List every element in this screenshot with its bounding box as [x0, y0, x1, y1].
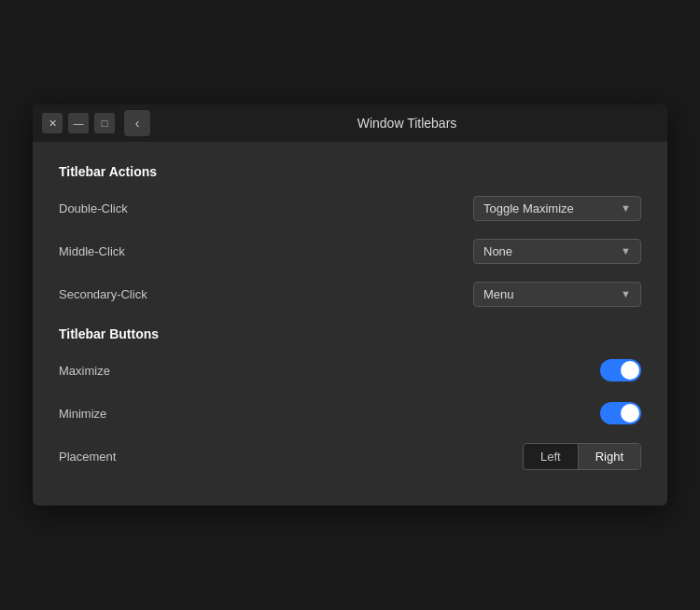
double-click-dropdown[interactable]: Toggle Maximize ▼ [473, 196, 641, 221]
maximize-toggle[interactable] [600, 359, 641, 381]
window-title: Window Titlebars [156, 116, 658, 131]
middle-click-value: None [483, 244, 512, 258]
middle-click-arrow-icon: ▼ [621, 245, 631, 256]
middle-click-label: Middle-Click [59, 244, 125, 258]
actions-section-title: Titlebar Actions [59, 164, 641, 179]
secondary-click-label: Secondary-Click [59, 287, 147, 301]
titlebar-controls: ✕ — □ [42, 113, 115, 133]
maximize-toggle-knob [621, 361, 639, 380]
secondary-click-row: Secondary-Click Menu ▼ [59, 278, 641, 310]
maximize-button[interactable]: □ [94, 113, 115, 133]
placement-right-button[interactable]: Right [579, 444, 640, 469]
middle-click-dropdown[interactable]: None ▼ [473, 239, 641, 264]
secondary-click-value: Menu [483, 287, 514, 301]
placement-label: Placement [59, 450, 116, 464]
buttons-section-title: Titlebar Buttons [59, 326, 641, 341]
minimize-button[interactable]: — [68, 113, 89, 133]
secondary-click-dropdown[interactable]: Menu ▼ [473, 282, 641, 307]
content-area: Titlebar Actions Double-Click Toggle Max… [33, 142, 667, 506]
window: ✕ — □ ‹ Window Titlebars Titlebar Action… [33, 104, 667, 506]
maximize-row: Maximize [59, 354, 641, 386]
double-click-arrow-icon: ▼ [621, 202, 631, 214]
close-button[interactable]: ✕ [42, 113, 63, 133]
maximize-label: Maximize [59, 364, 110, 378]
minimize-label: Minimize [59, 407, 106, 421]
double-click-label: Double-Click [59, 201, 128, 215]
placement-left-button[interactable]: Left [524, 444, 579, 469]
double-click-value: Toggle Maximize [483, 201, 574, 215]
middle-click-row: Middle-Click None ▼ [59, 235, 641, 267]
placement-row: Placement Left Right [59, 440, 641, 472]
double-click-row: Double-Click Toggle Maximize ▼ [59, 192, 641, 224]
back-button[interactable]: ‹ [124, 110, 150, 136]
minimize-toggle-knob [621, 404, 639, 423]
minimize-toggle[interactable] [600, 402, 641, 424]
placement-group: Left Right [523, 443, 641, 470]
secondary-click-arrow-icon: ▼ [621, 288, 631, 299]
titlebar: ✕ — □ ‹ Window Titlebars [33, 104, 667, 142]
minimize-row: Minimize [59, 397, 641, 429]
